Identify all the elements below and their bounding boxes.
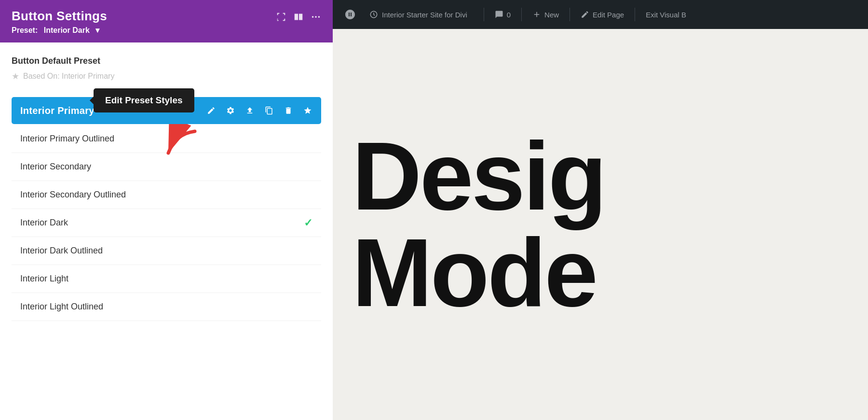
preset-row-name: Interior Secondary Outlined (20, 190, 312, 200)
svg-point-2 (318, 16, 320, 18)
more-icon[interactable] (311, 12, 321, 22)
exit-label: Exit Visual B (646, 11, 686, 19)
gear-preset-button[interactable] (222, 102, 239, 119)
preset-prefix: Preset: (12, 26, 38, 35)
upload-preset-button[interactable] (241, 102, 258, 119)
list-item[interactable]: Interior Dark Outlined (12, 237, 321, 265)
svg-point-1 (315, 16, 317, 18)
panel-header: Button Settings Preset: Interior Dark ▾ (0, 0, 333, 42)
customize-icon-item[interactable] (366, 8, 382, 21)
trash-preset-button[interactable] (280, 102, 297, 119)
bar-separator-3 (570, 8, 570, 21)
button-default-preset-label: Button Default Preset (12, 56, 321, 66)
edit-page-label: Edit Page (593, 11, 624, 19)
bar-separator-4 (635, 8, 635, 21)
new-bar-item[interactable]: New (529, 8, 563, 21)
preset-label: Preset: Interior Dark ▾ (12, 26, 107, 35)
red-arrow (161, 124, 204, 165)
duplicate-preset-button[interactable] (260, 102, 278, 119)
star-preset-button[interactable] (299, 102, 316, 119)
wp-admin-bar: Interior Starter Site for Divi 0 New Edi… (333, 0, 868, 29)
preset-row-name: Interior Dark (20, 218, 304, 228)
svg-point-0 (312, 16, 314, 18)
check-icon: ✓ (304, 217, 312, 229)
preset-name-header: Interior Dark (44, 26, 90, 35)
list-item[interactable]: Interior Secondary Outlined (12, 181, 321, 209)
big-text-line1: Desig (352, 128, 605, 224)
based-on-row: ★ Based On: Interior Primary (12, 71, 321, 82)
panel-header-icons (276, 12, 321, 22)
preset-row-name: Interior Light (20, 274, 312, 284)
bar-separator (484, 8, 484, 21)
comments-bar-item[interactable]: 0 (491, 8, 515, 21)
focus-icon[interactable] (276, 12, 286, 22)
left-panel: Button Settings Preset: Interior Dark ▾ … (0, 0, 333, 420)
site-name[interactable]: Interior Starter Site for Divi (382, 11, 467, 19)
tooltip-box: Edit Preset Styles (94, 88, 194, 112)
exit-visual-bar-item[interactable]: Exit Visual B (642, 9, 690, 21)
big-text: Desig Mode (352, 128, 605, 321)
preset-actions (203, 102, 316, 119)
panel-header-left: Button Settings Preset: Interior Dark ▾ (12, 9, 107, 35)
preset-row-name: Interior Light Outlined (20, 302, 312, 312)
big-text-line2: Mode (352, 224, 605, 321)
edit-preset-button[interactable] (203, 102, 220, 119)
list-item[interactable]: Interior Light Outlined (12, 293, 321, 321)
columns-icon[interactable] (293, 12, 304, 22)
bar-separator-2 (521, 8, 522, 21)
dropdown-arrow[interactable]: ▾ (95, 26, 99, 35)
preview-content: Desig Mode (333, 29, 868, 420)
comment-count: 0 (507, 11, 511, 19)
right-panel: Interior Starter Site for Divi 0 New Edi… (333, 0, 868, 420)
panel-body: Button Default Preset ★ Based On: Interi… (0, 42, 333, 420)
based-on-star-icon: ★ (12, 71, 19, 82)
based-on-text: Based On: Interior Primary (23, 72, 114, 81)
panel-title: Button Settings (12, 9, 107, 24)
edit-page-bar-item[interactable]: Edit Page (577, 8, 628, 21)
wp-logo[interactable] (340, 5, 360, 24)
list-item[interactable]: Interior Dark ✓ (12, 209, 321, 237)
preset-row-name: Interior Dark Outlined (20, 246, 312, 256)
new-label: New (544, 11, 559, 19)
list-item[interactable]: Interior Light (12, 265, 321, 293)
